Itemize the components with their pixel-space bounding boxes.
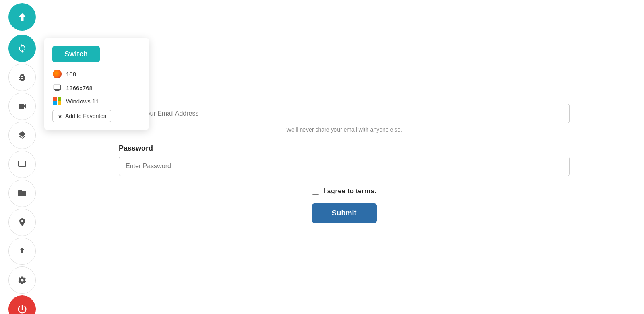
firefox-icon: [52, 70, 62, 78]
up-button[interactable]: [8, 3, 36, 31]
power-button[interactable]: [8, 295, 36, 314]
star-icon: ★: [58, 113, 63, 119]
os-value: Windows 11: [66, 98, 99, 105]
email-label: Email:: [119, 91, 570, 100]
layers-button[interactable]: [8, 122, 36, 149]
password-label: Password: [119, 144, 570, 153]
location-button[interactable]: [8, 209, 36, 236]
camera-button[interactable]: [8, 93, 36, 120]
email-section: Email: We'll never share your email with…: [119, 91, 570, 133]
agree-checkbox[interactable]: [312, 188, 319, 195]
folder-button[interactable]: [8, 180, 36, 207]
email-hint: We'll never share your email with anyone…: [119, 126, 570, 133]
settings-button[interactable]: [8, 266, 36, 294]
password-section: Password: [119, 144, 570, 179]
favorites-label: Add to Favorites: [65, 113, 106, 119]
resolution-info-row: 1366x768: [52, 83, 141, 92]
agree-row: I agree to terms.: [119, 187, 570, 195]
browser-version: 108: [66, 71, 76, 78]
password-input[interactable]: [119, 157, 570, 176]
sidebar: Switch 108 1366x768: [0, 0, 44, 314]
os-info-row: Windows 11: [52, 97, 141, 105]
browser-info-row: 108: [52, 70, 141, 78]
monitor-small-icon: [52, 83, 62, 92]
switch-button[interactable]: Switch: [52, 46, 100, 62]
resolution-value: 1366x768: [66, 85, 93, 91]
windows-icon: [52, 97, 62, 105]
agree-label: I agree to terms.: [323, 187, 376, 195]
monitor-button[interactable]: [8, 151, 36, 178]
add-to-favorites-button[interactable]: ★ Add to Favorites: [52, 110, 111, 122]
switch-icon-button[interactable]: [8, 35, 36, 62]
upload-button[interactable]: [8, 238, 36, 265]
submit-button[interactable]: Submit: [312, 203, 377, 223]
email-input[interactable]: [119, 104, 570, 123]
bug-button[interactable]: [8, 64, 36, 91]
switch-container: Switch 108 1366x768: [0, 35, 44, 62]
form-container: Email: We'll never share your email with…: [119, 91, 570, 223]
switch-dropdown: Switch 108 1366x768: [44, 38, 149, 130]
